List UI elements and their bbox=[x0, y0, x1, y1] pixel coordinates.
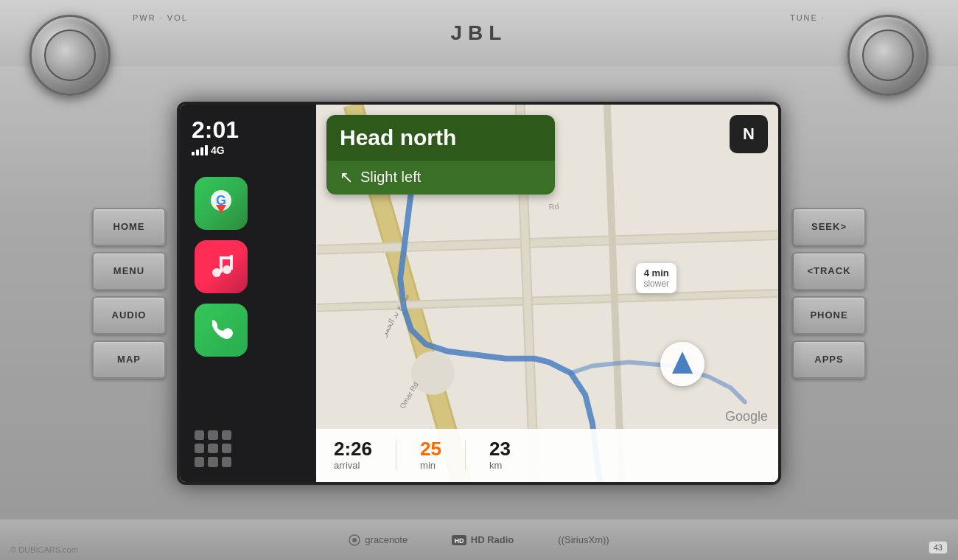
compass-north: N bbox=[743, 125, 755, 144]
nav-primary: Head north bbox=[326, 115, 555, 161]
apps-button[interactable]: APPS bbox=[792, 340, 866, 379]
duration-item: 25 min bbox=[420, 439, 441, 471]
right-button-panel: SEEK> <TRACK PHONE APPS bbox=[792, 208, 866, 379]
location-circle bbox=[660, 342, 704, 386]
top-bar: PWR · VOL JBL TUNE · bbox=[0, 0, 958, 66]
map-tooltip: 4 min slower bbox=[636, 263, 676, 293]
version-badge: 43 bbox=[929, 541, 948, 554]
main-area: HOME MENU AUDIO MAP 2:01 bbox=[0, 66, 958, 519]
grid-dot bbox=[222, 444, 231, 453]
grid-dot bbox=[222, 457, 231, 466]
arrival-time-value: 2:26 bbox=[334, 439, 372, 458]
svg-point-14 bbox=[352, 538, 357, 542]
maps-icon-svg: G bbox=[203, 186, 239, 221]
network-label: 4G bbox=[211, 144, 225, 156]
hd-radio-text: HD Radio bbox=[471, 534, 514, 545]
nav-secondary: ↖ Slight left bbox=[326, 161, 555, 195]
signal-row: 4G bbox=[192, 144, 304, 156]
phone-button[interactable]: PHONE bbox=[792, 296, 866, 335]
gracenote-icon bbox=[349, 534, 360, 546]
left-button-panel: HOME MENU AUDIO MAP bbox=[92, 208, 166, 379]
jbl-logo: JBL bbox=[451, 21, 508, 45]
svg-rect-7 bbox=[220, 256, 233, 259]
svg-text:HD: HD bbox=[455, 537, 464, 545]
siriusxm-label: ((SiriusXm)) bbox=[558, 534, 609, 545]
duration-label: min bbox=[420, 460, 436, 471]
arrival-label: arrival bbox=[334, 460, 360, 471]
signal-bar-4 bbox=[205, 145, 208, 155]
location-marker bbox=[660, 342, 704, 386]
gracenote-brand: gracenote bbox=[349, 534, 408, 546]
turn-arrow-icon: ↖ bbox=[340, 168, 353, 187]
grid-icon-container bbox=[180, 423, 316, 482]
status-bar: 2:01 4G bbox=[180, 105, 316, 162]
tune-label: TUNE · bbox=[790, 13, 825, 22]
phone-icon-svg bbox=[205, 314, 237, 346]
google-watermark: Google bbox=[725, 409, 768, 424]
signal-bar-2 bbox=[196, 150, 199, 155]
gracenote-label: gracenote bbox=[365, 534, 408, 545]
nav-primary-direction: Head north bbox=[340, 125, 542, 150]
car-panel: PWR · VOL JBL TUNE · HOME MENU AUDIO MAP… bbox=[0, 0, 958, 560]
audio-button[interactable]: AUDIO bbox=[92, 296, 166, 335]
maps-app-icon[interactable]: G bbox=[195, 177, 248, 230]
trip-divider-1 bbox=[396, 441, 396, 470]
hd-radio-label: HD HD Radio bbox=[452, 534, 514, 546]
dubicars-watermark: © DUBICARS.com bbox=[10, 545, 78, 554]
track-button[interactable]: <TRACK bbox=[792, 252, 866, 290]
home-button[interactable]: HOME bbox=[92, 208, 166, 246]
grid-dot bbox=[195, 457, 204, 466]
nav-card: Head north ↖ Slight left bbox=[326, 115, 555, 195]
bottom-bar: © DUBICARS.com gracenote HD HD Radio ((S… bbox=[0, 519, 958, 560]
grid-dot bbox=[195, 430, 204, 440]
grid-dot bbox=[208, 444, 217, 453]
svg-text:Rd: Rd bbox=[548, 201, 559, 211]
clock: 2:01 bbox=[192, 118, 304, 141]
distance-value: 23 bbox=[489, 439, 511, 458]
duration-value: 25 bbox=[420, 439, 441, 458]
trip-divider-2 bbox=[465, 441, 466, 470]
app-grid-icon[interactable] bbox=[195, 430, 231, 467]
tooltip-time: 4 min bbox=[643, 267, 669, 279]
distance-label: km bbox=[489, 460, 502, 471]
app-icons: G bbox=[180, 162, 316, 423]
menu-button[interactable]: MENU bbox=[92, 252, 166, 290]
map-button[interactable]: MAP bbox=[92, 340, 166, 379]
hd-radio-icon: HD bbox=[452, 535, 466, 545]
signal-bar-1 bbox=[192, 152, 195, 155]
distance-item: 23 km bbox=[489, 439, 511, 471]
location-arrow-icon bbox=[672, 351, 693, 374]
nav-secondary-direction: Slight left bbox=[360, 169, 421, 186]
arrival-item: 2:26 arrival bbox=[334, 439, 372, 471]
map-area[interactable]: شارع تد الحمر Omar Rd Rd Head north ↖ Sl… bbox=[316, 105, 778, 482]
grid-dot bbox=[195, 444, 204, 453]
music-app-icon[interactable] bbox=[195, 240, 248, 293]
grid-dot bbox=[222, 430, 231, 440]
music-icon-svg bbox=[205, 251, 237, 283]
trip-info-bar: 2:26 arrival 25 min 23 km bbox=[316, 429, 778, 482]
signal-bars-icon bbox=[192, 145, 208, 155]
infotainment-screen: 2:01 4G bbox=[177, 102, 781, 485]
grid-dot bbox=[208, 457, 217, 466]
tooltip-detail: slower bbox=[643, 279, 669, 289]
carplay-sidebar: 2:01 4G bbox=[180, 105, 316, 482]
signal-bar-3 bbox=[200, 147, 203, 155]
seek-button[interactable]: SEEK> bbox=[792, 208, 866, 246]
compass[interactable]: N bbox=[730, 115, 768, 153]
pwr-vol-label: PWR · VOL bbox=[133, 13, 188, 22]
phone-app-icon[interactable] bbox=[195, 304, 248, 357]
grid-dot bbox=[208, 430, 217, 440]
